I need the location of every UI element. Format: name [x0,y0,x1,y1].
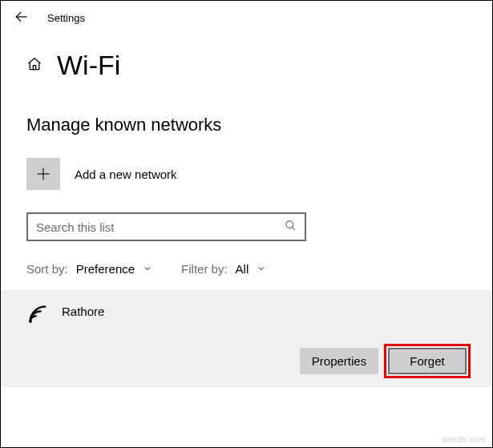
network-name: Rathore [62,303,104,318]
network-item[interactable]: Rathore Properties Forget [1,290,492,387]
header-title: Settings [47,12,85,24]
home-icon[interactable] [26,56,42,75]
svg-rect-1 [33,65,35,69]
search-icon[interactable] [285,220,297,235]
section-title: Manage known networks [26,115,467,135]
forget-button[interactable]: Forget [388,348,467,374]
svg-point-6 [30,320,33,323]
page-title: Wi-Fi [57,50,120,81]
filters-row: Sort by: Preference Filter by: All [26,262,467,276]
add-network-label: Add a new network [75,167,177,181]
back-arrow-icon[interactable] [14,9,30,27]
network-row: Rathore [26,303,467,329]
wifi-icon [26,303,49,329]
plus-icon [26,158,60,190]
sort-by-dropdown[interactable]: Sort by: Preference [26,262,152,276]
sort-label: Sort by: [26,262,68,276]
search-input[interactable] [36,220,285,234]
properties-button[interactable]: Properties [300,348,378,374]
add-network-button[interactable]: Add a new network [26,158,467,190]
header-bar: Settings [1,1,492,35]
search-box[interactable] [26,212,306,241]
filter-label: Filter by: [181,262,228,276]
watermark: wsxdn.com [442,435,486,444]
filter-by-dropdown[interactable]: Filter by: All [181,262,266,276]
main-content: Wi-Fi Manage known networks Add a new ne… [1,35,492,387]
svg-point-4 [286,220,293,228]
svg-line-5 [292,227,295,230]
chevron-down-icon [257,262,266,276]
network-buttons: Properties Forget [26,348,467,374]
chevron-down-icon [143,262,152,276]
sort-value: Preference [76,262,135,276]
filter-value: All [236,262,249,276]
page-title-row: Wi-Fi [26,50,467,81]
